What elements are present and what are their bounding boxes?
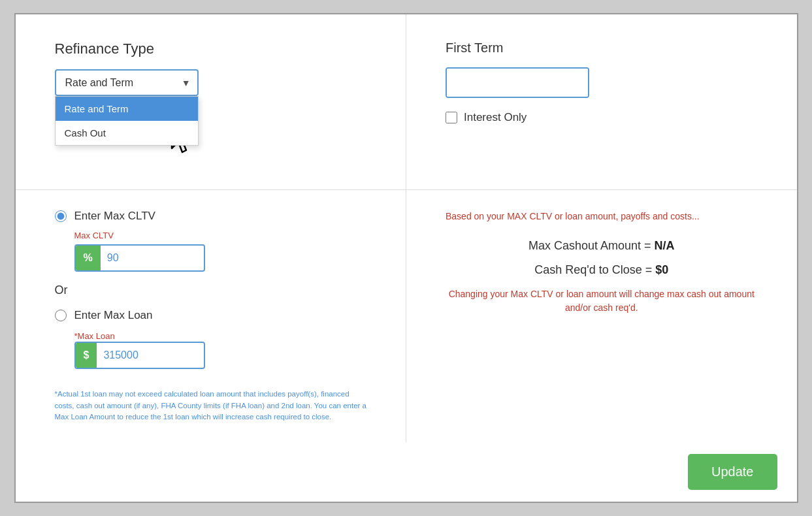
bottom-left-panel: Enter Max CLTV Max CLTV % Or Enter Max L…	[16, 190, 407, 442]
interest-only-checkbox[interactable]	[446, 112, 457, 123]
enter-max-loan-radio[interactable]	[55, 310, 67, 321]
max-loan-input-group: $	[74, 342, 205, 369]
enter-max-loan-row: Enter Max Loan	[55, 309, 367, 322]
enter-max-cltv-row: Enter Max CLTV	[55, 210, 367, 223]
or-text: Or	[55, 283, 367, 297]
cash-reqd-label: Cash Req'd to Close =	[534, 263, 655, 276]
dropdown-menu: Rate and Term Cash Out	[55, 96, 199, 146]
interest-only-row: Interest Only	[446, 111, 758, 124]
bottom-right-panel: Based on your MAX CLTV or loan amount, p…	[406, 190, 797, 442]
refinance-type-select[interactable]: Rate and Term Cash Out	[55, 69, 199, 96]
first-term-title: First Term	[446, 40, 758, 56]
footnote-text: *Actual 1st loan may not exceed calculat…	[55, 389, 367, 423]
max-cltv-field-label: Max CLTV	[74, 231, 367, 240]
max-loan-field-label: *Max Loan	[74, 331, 115, 341]
refinance-type-dropdown-wrapper: Rate and Term Cash Out ▼ Rate and Term C…	[55, 69, 199, 96]
cash-reqd-value: $0	[655, 263, 668, 276]
interest-only-label: Interest Only	[464, 111, 527, 124]
changing-text: Changing your Max CLTV or loan amount wi…	[446, 287, 758, 315]
max-cashout-result: Max Cashout Amount = N/A	[446, 239, 758, 253]
refinance-type-title: Refinance Type	[55, 40, 367, 57]
max-cashout-value: N/A	[655, 239, 675, 252]
max-loan-input[interactable]	[97, 344, 204, 367]
enter-max-cltv-label: Enter Max CLTV	[74, 210, 155, 223]
update-btn-row: Update	[16, 442, 797, 502]
cltv-prefix-icon: %	[76, 246, 101, 270]
update-button[interactable]: Update	[688, 454, 777, 490]
term-value-input[interactable]	[447, 69, 589, 97]
term-input-group: years	[446, 67, 589, 98]
enter-max-loan-label: Enter Max Loan	[74, 309, 153, 322]
loan-prefix-icon: $	[76, 343, 97, 368]
max-cltv-input[interactable]	[101, 246, 205, 270]
cash-reqd-result: Cash Req'd to Close = $0	[446, 263, 758, 277]
max-cltv-input-group: %	[74, 244, 205, 272]
dropdown-item-cash-out[interactable]: Cash Out	[56, 121, 198, 145]
info-text: Based on your MAX CLTV or loan amount, p…	[446, 210, 758, 223]
enter-max-cltv-radio[interactable]	[55, 210, 67, 222]
dropdown-item-rate-and-term[interactable]: Rate and Term	[56, 97, 198, 121]
max-cashout-label: Max Cashout Amount =	[528, 239, 655, 252]
